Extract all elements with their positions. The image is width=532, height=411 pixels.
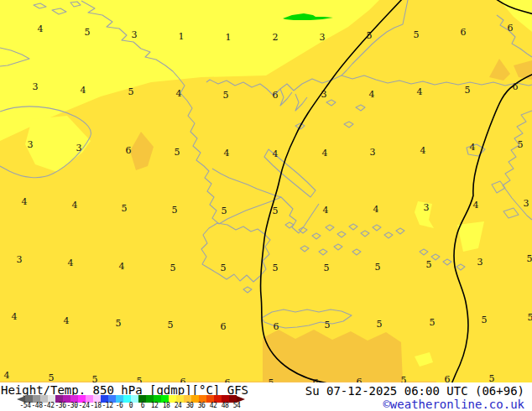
temp-label: 5 [426,260,432,269]
temp-label: 4 [64,316,70,325]
temp-label: 5 [172,206,178,215]
temp-label: 4 [420,146,426,155]
temp-label: 5 [465,86,471,95]
temp-label: 5 [137,377,143,383]
warm-orange-patches [0,59,532,382]
temp-label: 4 [224,148,230,158]
temp-label: 4 [322,148,328,158]
temp-label: 4 [323,206,329,215]
copyright-link[interactable]: ©weatheronline.co.uk [383,398,524,411]
scale-label: 42 [210,402,217,409]
temp-label: 4 [22,197,28,206]
scale-label: 24 [175,402,182,409]
temp-label: 5 [175,148,180,157]
temp-label: 4 [4,371,10,380]
temp-label: 5 [401,376,407,383]
temp-label: 5 [375,263,381,272]
temp-label: 3 [76,143,82,153]
scale-label: 18 [163,402,170,409]
temp-label: 5 [377,320,383,329]
temp-label: 5 [430,318,436,327]
temp-label: 6 [126,146,132,155]
colorbar-scale-labels: -54-48-42-36-30-24-18-12-606121824303642… [17,402,245,410]
temp-label: 4 [38,24,44,34]
scale-label: 12 [151,402,159,409]
temp-label: 6 [513,82,519,91]
temp-label: 2 [273,33,279,42]
scale-label: 54 [233,402,241,409]
map-graphics [0,0,532,382]
temp-label: 5 [128,87,134,96]
scale-label: -24 [79,402,90,409]
temp-label: 3 [33,82,39,91]
temp-label: 4 [273,149,279,159]
temp-label: 4 [470,143,476,152]
temp-label: 5 [168,320,174,330]
contour-lines [260,0,532,382]
temp-label: 5 [221,263,227,273]
scale-label: 48 [222,402,229,409]
temp-label: 5 [324,263,330,273]
weather-map: 4531123556634545634456336544434454455554… [0,0,532,382]
scale-label: -54 [20,402,31,409]
temp-label: 5 [49,373,55,382]
temp-label: 5 [273,263,279,273]
temp-label: 4 [373,205,379,214]
temp-label: 5 [325,320,331,330]
temp-label: 3 [424,203,430,212]
temp-label: 6 [221,322,227,331]
temp-label: 3 [524,199,529,208]
temp-label: 5 [527,254,532,263]
temp-label: 5 [273,206,279,216]
scale-label: -12 [102,402,113,409]
temp-label: 4 [12,312,18,321]
scale-label: -6 [116,402,123,409]
temp-label: 4 [119,262,125,271]
temp-label: 5 [122,204,128,213]
scale-label: -18 [91,402,102,409]
temp-label: 5 [518,140,524,149]
temp-label: 5 [170,263,176,273]
temp-label: 5 [528,313,532,322]
temp-label: 4 [72,200,78,210]
temp-label: 5 [116,319,122,328]
scale-label: 30 [186,402,194,409]
temp-label: 5 [223,91,229,100]
temp-label: 5 [367,31,373,40]
scale-label: -36 [55,402,66,409]
temp-label: 3 [17,255,23,264]
temp-label: 3 [28,140,34,149]
temp-label: 3 [320,33,326,42]
temp-label: 1 [226,33,232,42]
temp-label: 4 [68,258,74,268]
temp-label: 4 [176,89,182,98]
scale-label: 6 [141,402,144,409]
temp-label: 6 [273,91,279,100]
scale-label: 0 [129,402,133,409]
temp-label: 5 [222,206,227,216]
scale-label: -30 [67,402,78,409]
valid-datetime: Su 07-12-2025 06:00 UTC (06+96) [305,384,524,398]
temp-label: 5 [85,28,91,37]
temp-label: 4 [81,86,86,95]
temp-label: 6 [461,28,467,37]
scale-label: 36 [198,402,206,409]
bright-airmass-patches [0,0,532,367]
temp-label: 5 [92,375,98,383]
temp-label: 4 [473,200,479,210]
temp-label: 6 [274,322,279,331]
temp-label: 4 [417,87,423,96]
temp-label: 3 [321,90,327,99]
temp-label: 3 [477,258,483,267]
temp-label: 5 [414,30,420,39]
temp-label: 5 [489,374,495,383]
temp-label: 4 [369,90,375,99]
temp-label: 1 [179,32,185,41]
scale-label: -48 [32,402,43,409]
temp-label: 6 [508,23,514,33]
temp-label: 3 [132,30,138,39]
scale-label: -42 [44,402,55,409]
temp-label: 5 [482,315,488,325]
map-footer: Height/Temp. 850 hPa [gdmp][°C] GFS -54-… [0,382,532,411]
temp-label: 6 [445,375,451,383]
